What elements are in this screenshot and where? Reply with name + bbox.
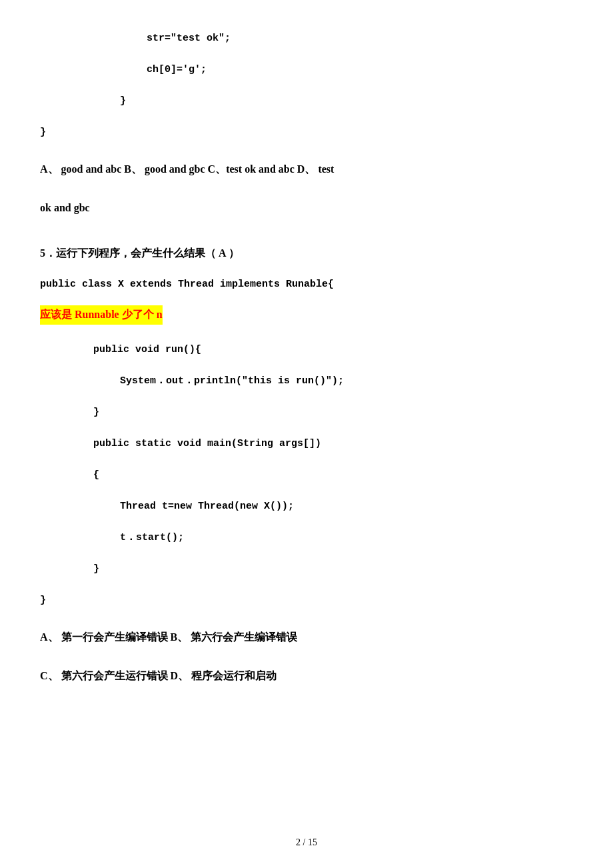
q5-label: 5．运行下列程序，会产生什么结果（ A ）: [40, 244, 573, 263]
q5-run-close: }: [40, 403, 573, 421]
q4-options-line1: A、 good and abc B、 good and gbc C、test o…: [40, 159, 573, 180]
page-content: str="test ok"; ch[0]='g'; } } A、 good an…: [40, 29, 573, 687]
q5-thread-new: Thread t=new Thread(new X());: [40, 497, 573, 515]
page-footer: 2 / 15: [0, 837, 613, 848]
code-line-brace2: }: [40, 123, 573, 141]
code-line-str: str="test ok";: [40, 29, 573, 47]
q5-main-open: {: [40, 466, 573, 484]
q5-opt-cd: C、 第六行会产生运行错误 D、 程序会运行和启动: [40, 665, 573, 687]
code-line-brace1: }: [40, 92, 573, 110]
q5-main-close: }: [40, 560, 573, 578]
q4-options-line2: ok and gbc: [40, 197, 573, 219]
q5-t-start: t．start();: [40, 529, 573, 547]
code-line-ch: ch[0]='g';: [40, 61, 573, 79]
q5-println: System．out．println("this is run()");: [40, 372, 573, 390]
q5-class-decl: public class X extends Thread implements…: [40, 275, 573, 293]
q5-class-close: }: [40, 591, 573, 609]
q5-main-method: public static void main(String args[]): [40, 435, 573, 453]
q5-run-method: public void run(){: [40, 341, 573, 359]
q5-annotation: 应该是 Runnable 少了个 n: [40, 300, 573, 330]
q5-opt-ab: A、 第一行会产生编译错误 B、 第六行会产生编译错误: [40, 627, 573, 648]
